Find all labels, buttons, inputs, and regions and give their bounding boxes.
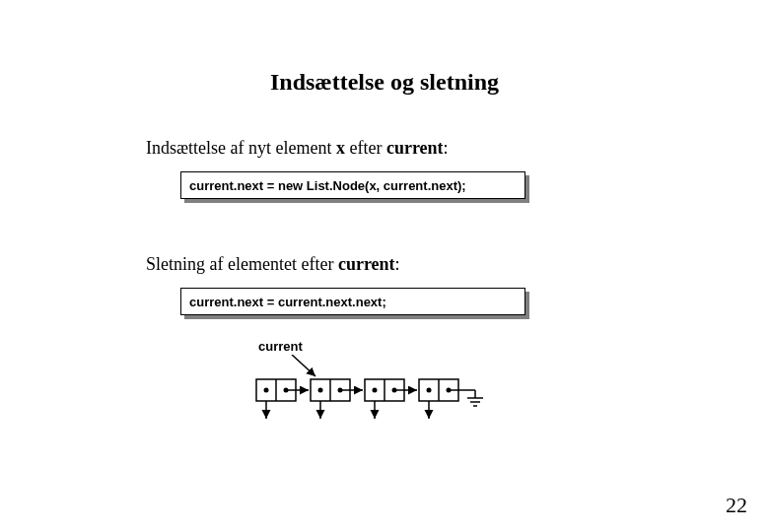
linked-list-diagram xyxy=(246,355,523,443)
section-insert-label: Indsættelse af nyt element x efter curre… xyxy=(146,138,449,159)
pointer-label: current xyxy=(258,339,303,354)
svg-point-9 xyxy=(318,388,323,393)
text: : xyxy=(395,254,400,274)
slide: Indsættelse og sletning Indsættelse af n… xyxy=(0,0,769,532)
page-title: Indsættelse og sletning xyxy=(0,69,769,96)
text-bold-x: x xyxy=(336,138,345,158)
section-delete-label: Sletning af elementet efter current: xyxy=(146,254,400,275)
text-bold-current: current xyxy=(386,138,444,158)
text: efter xyxy=(345,138,386,158)
code-box-insert: current.next = new List.Node(x, current.… xyxy=(180,171,525,199)
text: : xyxy=(444,138,449,158)
svg-line-0 xyxy=(292,355,315,376)
page-number: 22 xyxy=(726,493,747,518)
svg-point-21 xyxy=(427,388,432,393)
text-bold-current: current xyxy=(338,254,395,274)
svg-point-15 xyxy=(373,388,378,393)
code-line: current.next = new List.Node(x, current.… xyxy=(180,171,525,199)
text: Indsættelse af nyt element xyxy=(146,138,336,158)
svg-point-3 xyxy=(264,388,269,393)
null-terminator-icon xyxy=(467,398,483,406)
code-line: current.next = current.next.next; xyxy=(180,288,525,315)
code-box-delete: current.next = current.next.next; xyxy=(180,288,525,315)
text: Sletning af elementet efter xyxy=(146,254,338,274)
linked-list-svg xyxy=(246,355,523,443)
